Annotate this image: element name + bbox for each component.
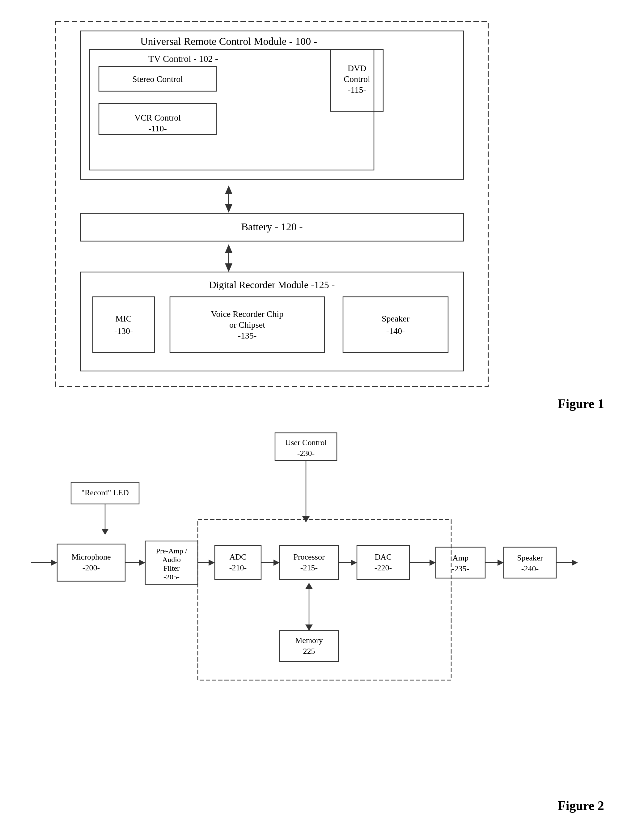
mic-label2: -130- [114,326,133,336]
figure1-label: Figure 1 [558,397,604,411]
preamp-adc-arrow-head [209,559,215,566]
stereo-control-label: Stereo Control [132,74,183,84]
output-arrow-head [572,559,578,566]
proc-mem-arrow-down [305,583,313,589]
svg-rect-8 [93,297,155,352]
dvd-control-label3: -115- [348,85,366,95]
dvd-control-label1: DVD [348,63,366,73]
svg-rect-15 [215,546,261,580]
svg-rect-18 [357,546,409,580]
led-arrow-head [101,529,109,535]
arrow2-up-head [225,244,232,253]
record-led-label: "Record" LED [81,488,129,497]
speaker-label2: -140- [386,326,405,336]
svg-rect-1 [80,31,463,179]
dac-amp-arrow-head [429,559,436,566]
adc-proc-arrow-head [273,559,280,566]
preamp-label2: Audio [162,556,181,564]
adc-label2: -210- [229,563,247,572]
svg-rect-13 [57,544,125,581]
battery-label: Battery - 120 - [241,221,302,232]
mic2-label1: Microphone [71,553,110,561]
amp-spk-arrow-head [498,559,504,566]
mic-preamp-arrow-head [139,559,145,566]
proc-label2: -215- [301,563,318,572]
figure2-diagram: User Control -230- "Record" LED Micropho… [18,421,644,814]
adc-label1: ADC [230,553,247,561]
mic2-label2: -200- [83,563,100,572]
vcr-control-label2: -110- [148,124,167,133]
uc-label1: User Control [285,438,327,447]
svg-rect-17 [280,631,338,662]
preamp-label1: Pre-Amp / [156,547,187,555]
svg-rect-20 [504,547,556,578]
vrc-label1: Voice Recorder Chip [211,309,284,319]
amp-label1: Amp [452,553,468,562]
memory-label1: Memory [295,636,323,645]
proc-label1: Processor [293,553,325,561]
mic-label1: MIC [116,314,132,323]
dac-label1: DAC [375,553,392,561]
proc-dac-arrow-head [351,559,357,566]
arrow-up-head [225,186,232,194]
arrow2-down-head [225,263,232,272]
dac-label2: -220- [374,563,392,572]
figure2-label: Figure 2 [558,799,604,813]
svg-rect-16 [280,546,338,580]
proc-mem-arrow-up [305,625,313,631]
arrow-down-head [225,204,232,213]
tv-control-title: TV Control - 102 - [148,54,218,64]
spk2-label2: -240- [521,564,539,573]
spk2-label1: Speaker [517,553,543,562]
amp-label2: -235- [452,564,469,573]
speaker-label1: Speaker [382,314,410,323]
dvd-control-label2: Control [343,74,370,84]
svg-rect-2 [90,49,374,170]
dashed-module-box [198,519,451,680]
vrc-label3: -135- [238,331,257,340]
uc-label2: -230- [297,449,314,458]
drm-title: Digital Recorder Module -125 - [209,279,335,290]
svg-rect-10 [343,297,448,352]
preamp-label4: -205- [164,573,179,581]
svg-rect-19 [436,547,485,578]
preamp-label3: Filter [164,564,179,572]
urcm-title: Universal Remote Control Module - 100 - [140,35,317,47]
memory-label2: -225- [301,647,318,656]
vcr-control-label1: VCR Control [135,113,181,123]
input-arrow-head [51,559,57,566]
figure1-diagram: Universal Remote Control Module - 100 - … [18,12,644,421]
vrc-label2: or Chipset [229,320,265,330]
